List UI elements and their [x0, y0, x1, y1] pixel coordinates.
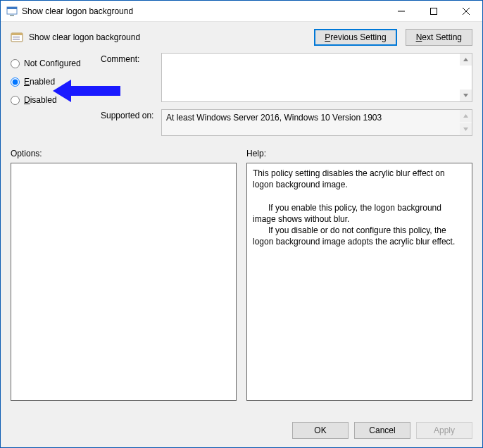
radio-disabled-label: isabled: [30, 95, 57, 105]
svg-rect-2: [10, 15, 14, 16]
scroll-down-icon: [460, 123, 472, 135]
svg-marker-12: [463, 94, 468, 97]
help-p2: If you enable this policy, the logon bac…: [253, 202, 466, 225]
help-p1: This policy setting disables the acrylic…: [253, 168, 445, 189]
apply-label: Apply: [434, 425, 455, 435]
svg-marker-13: [463, 114, 468, 118]
help-p3: If you disable or do not configure this …: [253, 225, 466, 247]
dialog-footer: OK Cancel Apply: [1, 415, 482, 447]
options-panel: [11, 163, 237, 401]
supported-row: Supported on: At least Windows Server 20…: [101, 109, 472, 136]
radio-enabled[interactable]: Enabled: [11, 77, 95, 87]
svg-rect-8: [11, 33, 23, 35]
policy-editor-window: Show clear logon background Show clear l…: [0, 0, 483, 448]
radio-enabled-input[interactable]: [11, 77, 20, 87]
prev-label-tail: revious Setting: [330, 32, 386, 42]
window-controls: [385, 1, 482, 21]
policy-icon: [11, 31, 23, 44]
radio-not-configured[interactable]: Not Configured: [11, 58, 95, 68]
next-label-tail: ext Setting: [422, 32, 462, 42]
supported-textbox: At least Windows Server 2016, Windows 10…: [161, 109, 472, 136]
state-radio-group: Not Configured Enabled Disabled: [11, 53, 95, 143]
policy-title: Show clear logon background: [29, 32, 306, 42]
body-row: Not Configured Enabled Disabled Comment:: [1, 49, 482, 143]
columns: Options: Help: This policy setting disab…: [1, 143, 482, 401]
help-label: Help:: [246, 149, 472, 158]
previous-setting-button[interactable]: Previous Setting: [314, 29, 396, 46]
comment-label: Comment:: [101, 53, 161, 102]
svg-rect-4: [431, 8, 437, 14]
ok-button[interactable]: OK: [292, 422, 349, 439]
scroll-up-icon: [460, 110, 472, 122]
cancel-button[interactable]: Cancel: [354, 422, 410, 439]
help-column: Help: This policy setting disables the a…: [246, 149, 472, 401]
radio-disabled[interactable]: Disabled: [11, 95, 95, 105]
app-icon: [6, 6, 18, 17]
radio-not-configured-input[interactable]: [11, 59, 20, 68]
radio-enabled-label: nabled: [30, 77, 55, 87]
supported-value: At least Windows Server 2016, Windows 10…: [166, 113, 382, 123]
svg-marker-14: [463, 127, 468, 131]
minimize-button[interactable]: [385, 1, 418, 21]
svg-marker-11: [463, 58, 468, 61]
radio-disabled-input[interactable]: [11, 96, 20, 105]
cancel-label: Cancel: [369, 425, 395, 435]
titlebar: Show clear logon background: [1, 1, 482, 22]
ok-label: OK: [314, 425, 326, 435]
svg-rect-10: [13, 39, 20, 39]
fields: Comment: Supported on: At least Windows …: [101, 53, 472, 143]
radio-not-configured-label: ot Configured: [30, 58, 81, 68]
options-label: Options:: [11, 149, 237, 158]
comment-textarea[interactable]: [161, 53, 472, 102]
scroll-down-icon[interactable]: [460, 89, 472, 101]
next-setting-button[interactable]: Next Setting: [406, 29, 472, 46]
maximize-button[interactable]: [418, 1, 450, 21]
close-button[interactable]: [450, 1, 482, 21]
supported-label: Supported on:: [101, 109, 161, 120]
apply-button: Apply: [416, 422, 472, 439]
window-title: Show clear logon background: [22, 6, 385, 16]
header-row: Show clear logon background Previous Set…: [1, 22, 482, 49]
svg-rect-1: [7, 7, 17, 9]
svg-rect-9: [13, 37, 20, 37]
help-panel: This policy setting disables the acrylic…: [246, 163, 472, 401]
scroll-up-icon[interactable]: [460, 54, 472, 66]
comment-row: Comment:: [101, 53, 472, 102]
options-column: Options:: [11, 149, 237, 401]
